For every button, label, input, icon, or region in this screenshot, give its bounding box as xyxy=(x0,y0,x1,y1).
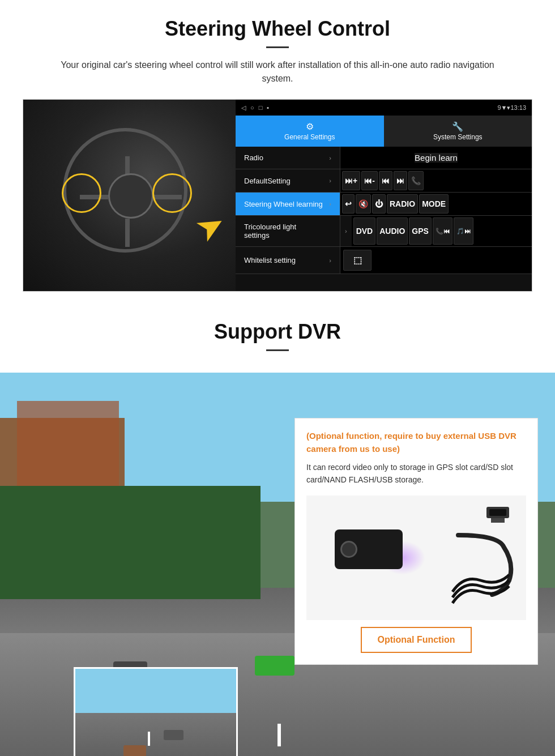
radio-label: Radio xyxy=(244,153,263,162)
recents-icon[interactable]: □ xyxy=(259,104,263,111)
ctrl-btn-radio[interactable]: RADIO xyxy=(387,194,418,213)
dvr-info-card: (Optional function, require to buy exter… xyxy=(294,418,538,665)
system-icon: 🔧 xyxy=(452,121,463,132)
home-icon[interactable]: ○ xyxy=(250,104,254,111)
settings-gear-icon: ⚙ xyxy=(306,121,314,132)
menu-row-default: DefaultSetting › ⏭+ ⏮- ⏮ ⏭ 📞 xyxy=(236,169,532,193)
dvr-section: Support DVR (Optional function, require … xyxy=(0,303,555,756)
steering-photo: ➤ xyxy=(23,100,236,291)
ctrl-btn-phone-prev[interactable]: 📞⏮ xyxy=(433,217,452,245)
ctrl-btn-audio[interactable]: AUDIO xyxy=(377,217,408,245)
ctrl-btn-voldn[interactable]: ⏮- xyxy=(361,171,378,190)
menu-row-radio: Radio › Begin learn xyxy=(236,147,532,169)
ctrl-btn-mode[interactable]: MODE xyxy=(419,194,449,213)
steering-demo: ➤ ◁ ○ □ ▪ 9▼ ▾ 13:13 ⚙ Gener xyxy=(23,99,532,292)
tab-general-settings[interactable]: ⚙ General Settings xyxy=(236,116,384,147)
radio-chevron: › xyxy=(329,155,331,161)
camera-body xyxy=(335,529,403,569)
dvr-photo-area: (Optional function, require to buy exter… xyxy=(0,373,555,756)
page-title: Steering Wheel Control xyxy=(23,17,532,41)
ctrl-btn-volup[interactable]: ⏭+ xyxy=(342,171,360,190)
android-statusbar: ◁ ○ □ ▪ 9▼ ▾ 13:13 xyxy=(236,100,532,116)
tricoloured-chevron: › xyxy=(340,228,352,234)
ctrl-btn-extra[interactable]: ⬚ xyxy=(343,250,372,271)
system-settings-label: System Settings xyxy=(433,133,483,141)
begin-learn-area: Begin learn xyxy=(340,147,532,169)
back-icon[interactable]: ◁ xyxy=(241,104,246,112)
camera-lens xyxy=(340,541,357,558)
ctrl-btn-hangup[interactable]: ↩ xyxy=(342,194,355,213)
ctrl-btn-phone[interactable]: 📞 xyxy=(408,171,424,190)
optional-function-button[interactable]: Optional Function xyxy=(361,627,472,653)
tricoloured-label2: settings xyxy=(244,231,270,240)
ctrl-btn-prev[interactable]: ⏮ xyxy=(379,171,392,190)
ctrl-btn-music-next[interactable]: 🎵⏭ xyxy=(454,217,473,245)
tab-system-settings[interactable]: 🔧 System Settings xyxy=(384,116,532,147)
steering-section: Steering Wheel Control Your original car… xyxy=(0,0,555,303)
svg-rect-1 xyxy=(489,509,506,516)
menu-item-tricoloured[interactable]: Tricoloured light settings xyxy=(236,216,340,246)
ctrl-btn-gps[interactable]: GPS xyxy=(409,217,432,245)
inset-road-bg xyxy=(75,669,236,756)
dvr-divider xyxy=(266,349,289,351)
tricoloured-label: Tricoloured light xyxy=(244,223,296,231)
menu-item-radio[interactable]: Radio › xyxy=(236,147,340,169)
highlight-left xyxy=(62,173,101,213)
steering-chevron: › xyxy=(329,200,331,207)
menu-item-whitelist[interactable]: Whitelist setting › xyxy=(236,247,340,274)
ctrl-btn-dvd[interactable]: DVD xyxy=(353,217,376,245)
wheel-inner-hub xyxy=(108,173,153,219)
dvr-title-area: Support DVR xyxy=(0,303,555,373)
steering-label: Steering Wheel learning xyxy=(244,200,323,208)
general-settings-label: General Settings xyxy=(284,133,335,141)
dvr-description: It can record video only to storage in G… xyxy=(306,461,526,486)
android-panel: ◁ ○ □ ▪ 9▼ ▾ 13:13 ⚙ General Settings 🔧 … xyxy=(236,100,532,291)
whitelist-chevron: › xyxy=(329,257,331,264)
ctrl-btn-mute[interactable]: 🔇 xyxy=(356,194,371,213)
default-label: DefaultSetting xyxy=(244,177,291,185)
control-buttons-row1: ⏭+ ⏮- ⏮ ⏭ 📞 xyxy=(340,169,532,192)
steering-subtitle: Your original car's steering wheel contr… xyxy=(51,58,504,86)
dvr-title: Support DVR xyxy=(23,320,532,344)
menu-row-whitelist: Whitelist setting › ⬚ xyxy=(236,247,532,274)
menu-row-tricoloured: Tricoloured light settings › DVD AUDIO G… xyxy=(236,216,532,247)
tree-area xyxy=(0,486,261,599)
arrow-pointer: ➤ xyxy=(188,202,232,250)
svg-rect-2 xyxy=(491,518,505,523)
android-content: Radio › Begin learn DefaultSetting › xyxy=(236,147,532,291)
title-divider xyxy=(266,46,289,48)
cable-coil xyxy=(447,569,515,614)
highlight-right xyxy=(152,173,192,213)
car3 xyxy=(255,656,294,676)
begin-learn-button[interactable]: Begin learn xyxy=(415,153,458,163)
menu-row-steering: Steering Wheel learning › ↩ 🔇 ⏻ RADIO MO… xyxy=(236,193,532,216)
steering-wheel-bg: ➤ xyxy=(23,100,236,291)
menu-item-steering[interactable]: Steering Wheel learning › xyxy=(236,193,340,215)
whitelist-label: Whitelist setting xyxy=(244,256,296,264)
ctrl-btn-next[interactable]: ⏭ xyxy=(394,171,407,190)
android-tabs: ⚙ General Settings 🔧 System Settings xyxy=(236,116,532,147)
default-chevron: › xyxy=(329,177,331,184)
menu-icon[interactable]: ▪ xyxy=(267,104,269,111)
menu-item-default[interactable]: DefaultSetting › xyxy=(236,169,340,192)
signal-icon: 9▼ xyxy=(497,104,507,111)
ctrl-btn-power[interactable]: ⏻ xyxy=(372,194,386,213)
dvr-camera-image xyxy=(306,496,526,620)
dvr-optional-text: (Optional function, require to buy exter… xyxy=(306,430,526,455)
road-line xyxy=(278,724,281,746)
statusbar-left: ◁ ○ □ ▪ xyxy=(241,104,497,112)
spoke-bottom xyxy=(125,219,130,247)
time-display: 13:13 xyxy=(510,104,526,111)
dvr-inset-photo xyxy=(74,667,238,756)
